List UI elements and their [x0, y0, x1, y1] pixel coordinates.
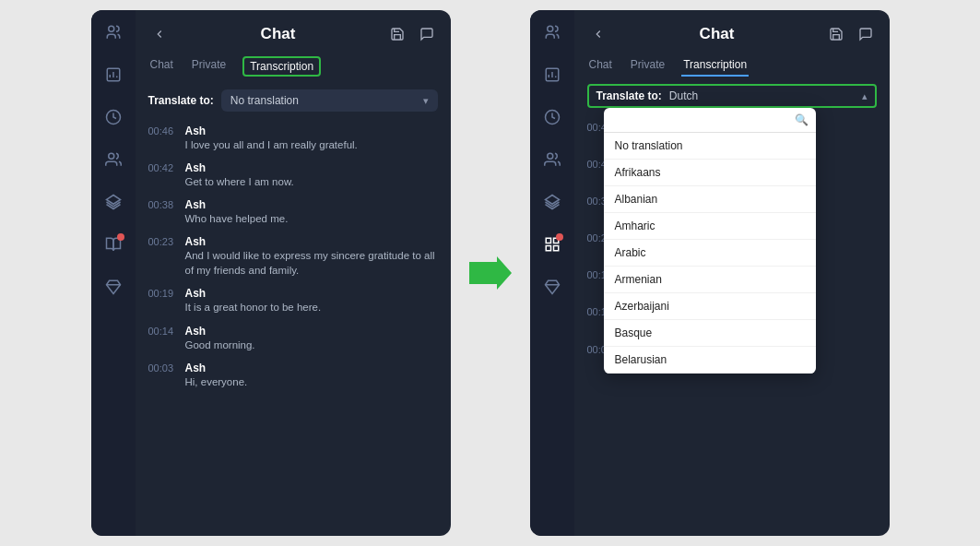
message-time: 00:14 [148, 326, 178, 337]
layers-icon-r[interactable] [539, 189, 565, 215]
message-author: Ash [185, 161, 207, 174]
list-item: 00:46 Ash I love you all and I am really… [148, 125, 438, 152]
chevron-left-icon[interactable] [148, 23, 171, 45]
message-time: 00:38 [148, 199, 178, 210]
list-item: 00:19 Ash It is a great honor to be here… [148, 287, 438, 315]
tab-chat-right[interactable]: Chat [587, 56, 614, 77]
dropdown-item-amharic[interactable]: Amharic [604, 213, 816, 240]
clock-icon-r[interactable] [539, 104, 565, 130]
right-panel-header: Chat [574, 10, 890, 53]
right-tabs: Chat Private Transcription [574, 53, 890, 84]
message-text: Good morning. [185, 338, 438, 352]
svg-marker-5 [469, 256, 512, 290]
left-header-icons [386, 23, 438, 45]
svg-point-9 [547, 153, 552, 159]
list-item: 00:38 Ash Who have helped me. [148, 198, 438, 226]
left-translate-value: No translation [230, 94, 299, 107]
right-panel-title: Chat [609, 25, 825, 43]
right-translate-select[interactable]: Dutch ▴ [669, 89, 868, 102]
left-panel: Chat Chat Private Transcription Translat… [91, 10, 451, 536]
message-author: Ash [185, 362, 207, 374]
message-text: And I would like to express my sincere g… [185, 248, 438, 278]
list-item: 00:23 Ash And I would like to express my… [148, 235, 438, 278]
people-icon[interactable] [100, 19, 126, 45]
tab-private-left[interactable]: Private [190, 56, 228, 77]
chart-icon[interactable] [100, 62, 126, 88]
svg-rect-11 [546, 238, 550, 243]
chevron-up-icon-right: ▴ [862, 90, 868, 102]
message-text: Who have helped me. [185, 211, 438, 226]
dropdown-item-armenian[interactable]: Armenian [604, 267, 816, 293]
right-panel: Chat Chat Private Transcription Translat… [530, 10, 890, 536]
dropdown-item-no-translation[interactable]: No translation [604, 133, 816, 160]
right-header-icons [825, 23, 877, 45]
dropdown-item-belarusian[interactable]: Belarusian [604, 347, 816, 374]
tab-private-right[interactable]: Private [629, 56, 667, 77]
dropdown-search-input[interactable] [611, 113, 791, 126]
svg-rect-13 [546, 246, 550, 251]
message-time: 00:19 [148, 288, 178, 299]
svg-point-6 [547, 26, 552, 31]
chevron-down-icon-left: ▾ [423, 95, 429, 107]
dropdown-item-albanian[interactable]: Albanian [604, 186, 816, 213]
notification-badge [117, 233, 124, 241]
chat-bubble-icon-r[interactable] [855, 23, 877, 45]
tab-chat-left[interactable]: Chat [148, 56, 175, 77]
message-author: Ash [185, 287, 207, 300]
message-author: Ash [185, 198, 207, 211]
right-translate-row: Translate to: Dutch ▴ [587, 84, 877, 108]
message-time: 00:42 [148, 162, 178, 173]
left-sidebar [91, 10, 136, 536]
message-author: Ash [185, 125, 207, 137]
dropdown-item-azerbaijani[interactable]: Azerbaijani [604, 293, 816, 320]
svg-rect-14 [553, 246, 558, 251]
right-sidebar [530, 10, 574, 536]
layers-icon[interactable] [100, 189, 126, 215]
notification-badge-r [556, 233, 563, 241]
arrow-indicator [467, 256, 514, 290]
clock-icon[interactable] [100, 104, 126, 130]
right-translate-value: Dutch [669, 89, 698, 102]
search-icon: 🔍 [795, 113, 809, 126]
list-item: 00:42 Ash Get to where I am now. [148, 161, 438, 189]
diamond-icon[interactable] [100, 274, 126, 300]
left-messages: 00:46 Ash I love you all and I am really… [136, 121, 451, 536]
dropdown-item-afrikaans[interactable]: Afrikaans [604, 160, 816, 186]
book-icon[interactable] [100, 231, 126, 257]
message-text: I love you all and I am really grateful. [185, 137, 438, 152]
right-translate-label: Translate to: [596, 89, 662, 102]
save-icon-r[interactable] [825, 23, 847, 45]
svg-point-0 [108, 26, 113, 31]
left-translate-label: Translate to: [148, 94, 214, 107]
left-translate-select[interactable]: No translation ▾ [221, 89, 438, 112]
tab-transcription-left[interactable]: Transcription [242, 56, 321, 77]
dropdown-item-arabic[interactable]: Arabic [604, 240, 816, 267]
message-time: 00:03 [148, 362, 178, 374]
svg-point-3 [108, 153, 113, 159]
save-icon[interactable] [386, 23, 408, 45]
message-author: Ash [185, 235, 207, 248]
group-icon[interactable] [100, 147, 126, 172]
list-item: 00:14 Ash Good morning. [148, 325, 438, 352]
message-time: 00:46 [148, 125, 178, 136]
people-icon-r[interactable] [539, 19, 565, 45]
diamond-icon-r[interactable] [539, 274, 565, 300]
left-panel-header: Chat [136, 10, 451, 53]
grid-icon-r[interactable] [539, 231, 565, 257]
dropdown-search-row: 🔍 [604, 108, 816, 133]
message-text: Hi, everyone. [185, 374, 438, 389]
chart-icon-r[interactable] [539, 62, 565, 88]
message-author: Ash [185, 325, 207, 338]
left-tabs: Chat Private Transcription [136, 53, 451, 84]
message-time: 00:23 [148, 236, 178, 247]
dropdown-item-basque[interactable]: Basque [604, 320, 816, 347]
message-text: It is a great honor to be here. [185, 300, 438, 315]
chat-bubble-icon[interactable] [416, 23, 438, 45]
group-icon-r[interactable] [539, 147, 565, 172]
left-translate-row: Translate to: No translation ▾ [136, 84, 451, 121]
left-panel-title: Chat [171, 25, 386, 43]
left-main-content: Chat Chat Private Transcription Translat… [136, 10, 451, 536]
list-item: 00:03 Ash Hi, everyone. [148, 362, 438, 389]
chevron-left-icon-r[interactable] [587, 23, 609, 45]
tab-transcription-right[interactable]: Transcription [681, 56, 749, 77]
